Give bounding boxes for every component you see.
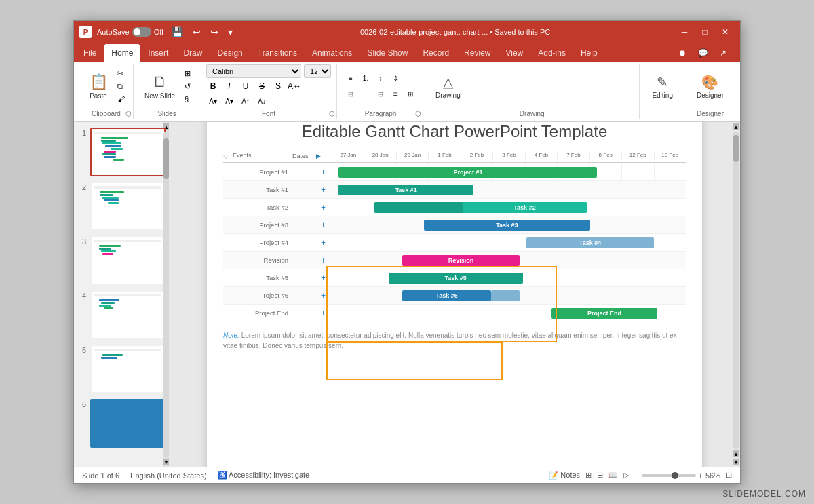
slide-preview-5[interactable] xyxy=(90,345,166,393)
ribbon-group-drawing: △ Drawing Drawing xyxy=(425,64,640,119)
copy-button[interactable]: ⧉ xyxy=(115,81,128,92)
tab-draw[interactable]: Draw xyxy=(176,44,209,62)
tab-transitions[interactable]: Transitions xyxy=(251,44,304,62)
canvas-scroll-up[interactable]: ▲ xyxy=(733,123,739,130)
autosave-control[interactable]: AutoSave Off xyxy=(97,27,163,37)
new-slide-button[interactable]: 🗋 New Slide xyxy=(140,71,179,102)
font-family-select[interactable]: Calibri xyxy=(206,64,301,78)
ribbon-icon-comment[interactable]: 💬 xyxy=(694,44,712,62)
slide-sorter-button[interactable]: ⊟ xyxy=(597,471,603,480)
zoom-in-icon[interactable]: + xyxy=(699,471,703,480)
align-center-button[interactable]: ☰ xyxy=(359,88,372,101)
canvas-scroll-down-2[interactable]: ▼ xyxy=(733,459,739,465)
reset-button[interactable]: ↺ xyxy=(182,81,193,92)
gantt-add-project3[interactable]: + xyxy=(321,220,332,230)
numbering-button[interactable]: 1. xyxy=(359,72,372,85)
italic-button[interactable]: I xyxy=(222,79,236,93)
close-button[interactable]: ✕ xyxy=(716,25,735,39)
slide-preview-1[interactable] xyxy=(90,128,166,176)
slide-thumb-5[interactable]: 5 xyxy=(77,345,166,393)
tab-review[interactable]: Review xyxy=(457,44,497,62)
bold-button[interactable]: B xyxy=(206,79,220,93)
tab-design[interactable]: Design xyxy=(210,44,249,62)
slide-preview-2[interactable] xyxy=(90,182,166,231)
gantt-add-project4[interactable]: + xyxy=(321,238,332,248)
slide-panel-scrollbar[interactable]: ▲ ▼ xyxy=(163,122,169,467)
presenter-view-button[interactable]: ▷ xyxy=(623,471,629,480)
format-painter-button[interactable]: 🖌 xyxy=(115,94,128,104)
gantt-add-project1[interactable]: + xyxy=(321,168,332,177)
notes-button[interactable]: 📝 Notes xyxy=(549,471,580,480)
tab-addins[interactable]: Add-ins xyxy=(531,44,573,62)
save-icon[interactable]: 💾 xyxy=(169,25,186,39)
paragraph-expand-icon[interactable]: ⬡ xyxy=(415,110,421,117)
scroll-thumb[interactable] xyxy=(163,138,169,179)
tab-animations[interactable]: Animations xyxy=(305,44,359,62)
decrease-font-button[interactable]: A↓ xyxy=(255,94,269,108)
tab-home[interactable]: Home xyxy=(104,44,140,62)
ribbon-content: 📋 Paste ✂ ⧉ 🖌 Clipboard ⬡ 🗋 xyxy=(74,62,740,121)
font-expand-icon[interactable]: ⬡ xyxy=(329,110,335,117)
redo-icon[interactable]: ↪ xyxy=(208,25,221,39)
slide-preview-4[interactable] xyxy=(90,290,166,339)
shadow-button[interactable]: S xyxy=(271,79,285,93)
strikethrough-button[interactable]: S xyxy=(255,79,269,93)
text-direction-button[interactable]: ⇕ xyxy=(389,72,402,85)
autosave-toggle[interactable] xyxy=(132,27,151,37)
slide-thumb-2[interactable]: 2 xyxy=(77,182,166,231)
underline-button[interactable]: U xyxy=(239,79,252,93)
designer-button[interactable]: 🎨 Designer xyxy=(691,71,729,102)
clipboard-expand-icon[interactable]: ⬡ xyxy=(125,110,132,117)
reading-view-button[interactable]: 📖 xyxy=(608,471,618,480)
bullets-button[interactable]: ≡ xyxy=(344,72,357,85)
zoom-control[interactable]: − + 56% xyxy=(634,471,720,480)
paste-button[interactable]: 📋 Paste xyxy=(85,71,112,102)
undo-icon[interactable]: ↩ xyxy=(190,25,204,39)
justify-button[interactable]: ≡ xyxy=(389,88,402,101)
canvas-scroll-thumb[interactable] xyxy=(733,135,739,162)
fit-slide-button[interactable]: ⊡ xyxy=(726,471,732,480)
gantt-add-task1[interactable]: + xyxy=(321,185,332,195)
section-button[interactable]: § xyxy=(182,94,193,104)
char-spacing-button[interactable]: A↔ xyxy=(288,79,301,93)
ribbon-icon-share[interactable]: ↗ xyxy=(714,44,732,62)
ribbon-icon-record[interactable]: ⏺ xyxy=(674,44,691,62)
slide-thumb-6[interactable]: 6 xyxy=(77,399,166,448)
gantt-add-project6[interactable]: + xyxy=(321,291,332,301)
slide-thumb-4[interactable]: 4 xyxy=(77,290,166,339)
zoom-slider[interactable] xyxy=(642,474,696,477)
tab-insert[interactable]: Insert xyxy=(141,44,175,62)
col-spacing-button[interactable]: ↕ xyxy=(374,72,387,85)
editing-button[interactable]: ✎ Editing xyxy=(646,71,678,102)
minimize-button[interactable]: ─ xyxy=(675,25,694,39)
canvas-scrollbar[interactable]: ▲ ▲ ▼ xyxy=(732,122,740,467)
cut-button[interactable]: ✂ xyxy=(115,68,128,79)
canvas-scroll-down-1[interactable]: ▲ xyxy=(733,450,739,457)
gantt-add-revision[interactable]: + xyxy=(321,256,332,265)
customize-icon[interactable]: ▾ xyxy=(225,25,235,39)
font-size-select[interactable]: 12 xyxy=(304,64,331,78)
slide-preview-3[interactable] xyxy=(90,236,166,285)
slide-preview-6[interactable] xyxy=(90,399,166,448)
gantt-add-projectend[interactable]: + xyxy=(321,309,332,318)
tab-file[interactable]: File xyxy=(77,44,103,62)
align-left-button[interactable]: ⊟ xyxy=(344,88,357,101)
slide-thumb-1[interactable]: 1 xyxy=(77,128,166,176)
slide-thumb-3[interactable]: 3 xyxy=(77,236,166,285)
gantt-add-task2[interactable]: + xyxy=(321,203,332,212)
maximize-button[interactable]: □ xyxy=(695,25,714,39)
smart-art-button[interactable]: ⊞ xyxy=(404,88,417,101)
tab-help[interactable]: Help xyxy=(574,44,604,62)
increase-font-button[interactable]: A↑ xyxy=(239,94,252,108)
font-color-button[interactable]: A▾ xyxy=(222,94,236,108)
drawing-button[interactable]: △ Drawing xyxy=(430,71,466,102)
zoom-out-icon[interactable]: − xyxy=(634,471,638,480)
align-right-button[interactable]: ⊟ xyxy=(374,88,387,101)
tab-view[interactable]: View xyxy=(499,44,530,62)
tab-slideshow[interactable]: Slide Show xyxy=(360,44,414,62)
normal-view-button[interactable]: ⊞ xyxy=(585,471,592,480)
highlight-button[interactable]: A▾ xyxy=(206,94,220,108)
gantt-add-task5[interactable]: + xyxy=(321,273,332,283)
layout-button[interactable]: ⊞ xyxy=(182,68,193,79)
tab-record[interactable]: Record xyxy=(416,44,456,62)
